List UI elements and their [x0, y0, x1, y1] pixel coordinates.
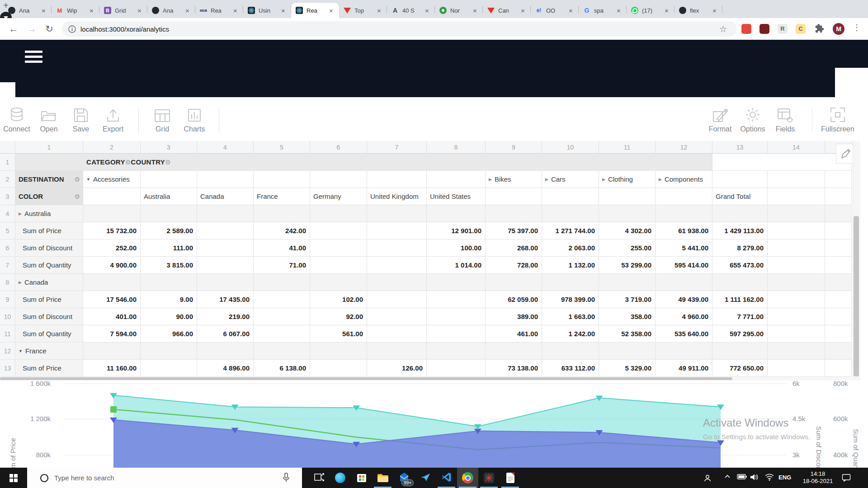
toolbar-button-fields[interactable]: Fields — [769, 103, 802, 136]
url-bar[interactable]: localhost:3000/xorai/analytics ☆ — [62, 21, 737, 37]
label-cell-united-kingdom[interactable]: United Kingdom — [367, 188, 427, 205]
browser-tab-rea[interactable]: MDBRea× — [195, 3, 243, 18]
grid-column-header-10[interactable]: 10 — [542, 141, 599, 154]
label-cell-cars[interactable]: ▶Cars — [542, 171, 599, 188]
bookmark-star-icon[interactable]: ☆ — [719, 24, 727, 34]
label-cell-france[interactable]: ▼France — [15, 343, 83, 360]
grid-column-header-13[interactable]: 13 — [712, 141, 768, 154]
profile-avatar[interactable]: M — [833, 23, 844, 35]
label-cell-sum-of-quantity[interactable]: Sum of Quantity — [15, 325, 83, 343]
browser-tab-40-s[interactable]: A40 S× — [387, 3, 435, 18]
grid-column-header-9[interactable]: 9 — [486, 141, 542, 154]
grid-column-header-1[interactable]: 1 — [15, 141, 83, 154]
mic-icon[interactable] — [283, 473, 290, 483]
grid-column-header-12[interactable]: 12 — [656, 141, 712, 154]
grid-column-header-5[interactable]: 5 — [254, 141, 310, 154]
tab-close-icon[interactable]: × — [42, 7, 46, 14]
grid-column-header-7[interactable]: 7 — [367, 141, 427, 154]
wifi-icon[interactable] — [765, 474, 774, 483]
label-cell-sum-of-price[interactable]: Sum of Price — [15, 291, 83, 308]
browser-tab-usin[interactable]: Usin× — [243, 3, 291, 18]
collapse-triangle-icon[interactable]: ▼ — [19, 349, 23, 353]
notification-center-icon[interactable] — [842, 474, 851, 483]
taskbar-app-file-explorer[interactable] — [372, 468, 393, 488]
grid-column-header-3[interactable]: 3 — [141, 141, 197, 154]
tab-close-icon[interactable]: × — [569, 7, 573, 14]
reload-icon[interactable]: ↻ — [44, 23, 55, 34]
label-cell-destination[interactable]: DESTINATION⚙ — [15, 171, 83, 188]
expand-triangle-icon[interactable]: ▶ — [19, 280, 22, 285]
vertical-scrollbar-thumb[interactable] — [854, 216, 859, 376]
taskbar-app-store[interactable] — [351, 468, 372, 488]
browser-tab-nor[interactable]: Nor× — [435, 3, 483, 18]
column-field-country[interactable]: COUNTRY — [131, 158, 165, 166]
toolbar-button-fullscreen[interactable]: Fullscreen — [821, 103, 854, 136]
adblock-extension-icon[interactable] — [741, 24, 751, 34]
tab-close-icon[interactable]: × — [665, 7, 669, 14]
tab-close-icon[interactable]: × — [377, 7, 381, 14]
tab-close-icon[interactable]: × — [137, 7, 142, 14]
taskbar-app-vscode[interactable] — [436, 468, 457, 488]
toolbar-button-charts[interactable]: Charts — [178, 103, 211, 136]
taskbar-app-mail[interactable]: 99+ — [393, 468, 415, 488]
grid-column-header-2[interactable]: 2 — [83, 141, 141, 154]
toolbar-button-options[interactable]: Options — [736, 103, 769, 136]
c-extension-icon[interactable]: C — [796, 24, 806, 34]
taskbar-app-red-web[interactable] — [478, 468, 500, 488]
label-cell-sum-of-discount[interactable]: Sum of Discount — [15, 239, 83, 257]
grid-column-header-6[interactable]: 6 — [310, 141, 367, 154]
expand-triangle-icon[interactable]: ▶ — [19, 211, 22, 216]
browser-tab-rea[interactable]: Rea× — [291, 3, 339, 18]
back-icon[interactable]: ← — [8, 23, 19, 34]
gear-icon[interactable]: ⚙ — [74, 193, 80, 200]
people-icon[interactable] — [703, 474, 712, 484]
clock[interactable]: 14:18 18-06-2021 — [798, 470, 838, 485]
toolbar-button-connect[interactable]: Connect — [0, 103, 33, 136]
tray-expand-chevron-icon[interactable] — [724, 474, 731, 482]
forward-icon[interactable]: → — [26, 23, 37, 34]
grid-column-header-8[interactable]: 8 — [427, 141, 486, 154]
taskbar-app-chrome[interactable] — [457, 468, 478, 488]
browser-tab-wip[interactable]: MWip× — [52, 3, 99, 18]
label-cell-clothing[interactable]: ▶Clothing — [599, 171, 656, 188]
tab-close-icon[interactable]: × — [712, 7, 717, 14]
language-indicator[interactable]: ENG — [778, 474, 791, 481]
label-cell-grand-total[interactable]: Grand Total — [712, 188, 768, 205]
tab-close-icon[interactable]: × — [425, 7, 429, 14]
taskbar-app-edge[interactable] — [330, 468, 351, 488]
grid-column-header-11[interactable]: 11 — [599, 141, 656, 154]
label-cell-color[interactable]: COLOR⚙ — [15, 188, 83, 205]
label-cell-australia[interactable]: ▶Australia — [15, 205, 83, 222]
start-button[interactable] — [0, 468, 27, 488]
tab-close-icon[interactable]: × — [281, 7, 285, 14]
browser-tab-top[interactable]: Top× — [339, 3, 387, 18]
toolbar-button-grid[interactable]: Grid — [146, 103, 179, 136]
label-cell-germany[interactable]: Germany — [310, 188, 367, 205]
grid-column-header-4[interactable]: 4 — [197, 141, 254, 154]
toolbar-button-format[interactable]: Format — [703, 103, 737, 136]
taskbar-search[interactable]: Type here to search — [27, 468, 302, 488]
horizontal-scrollbar-thumb[interactable] — [0, 377, 732, 380]
browser-tab--17-[interactable]: (17)× — [627, 3, 675, 18]
collapse-triangle-icon[interactable]: ▼ — [86, 177, 90, 182]
volume-icon[interactable] — [750, 474, 759, 483]
label-cell-sum-of-price[interactable]: Sum of Price — [15, 360, 83, 377]
taskbar-app-task-view[interactable] — [308, 468, 330, 488]
tab-close-icon[interactable]: × — [521, 7, 525, 14]
label-cell-canada[interactable]: ▶Canada — [15, 274, 83, 291]
label-cell-australia[interactable]: Australia — [141, 188, 197, 205]
taskbar-app-libreoffice[interactable] — [500, 468, 521, 488]
label-cell-accessories[interactable]: ▼Accessories — [83, 171, 141, 188]
label-cell-united-states[interactable]: United States — [427, 188, 486, 205]
column-field-category[interactable]: CATEGORY — [86, 158, 125, 166]
tab-close-icon[interactable]: × — [90, 7, 94, 14]
grid-column-header-14[interactable]: 14 — [768, 141, 825, 154]
label-cell-components[interactable]: ▶Components — [656, 171, 712, 188]
site-info-icon[interactable] — [68, 25, 76, 33]
tab-close-icon[interactable]: × — [473, 7, 477, 14]
toolbar-button-export[interactable]: Export — [96, 103, 130, 136]
gear-icon[interactable]: ⚙ — [125, 159, 131, 166]
label-cell-canada[interactable]: Canada — [197, 188, 254, 205]
label-cell-sum-of-price[interactable]: Sum of Price — [15, 222, 83, 239]
tab-close-icon[interactable]: × — [185, 7, 189, 14]
